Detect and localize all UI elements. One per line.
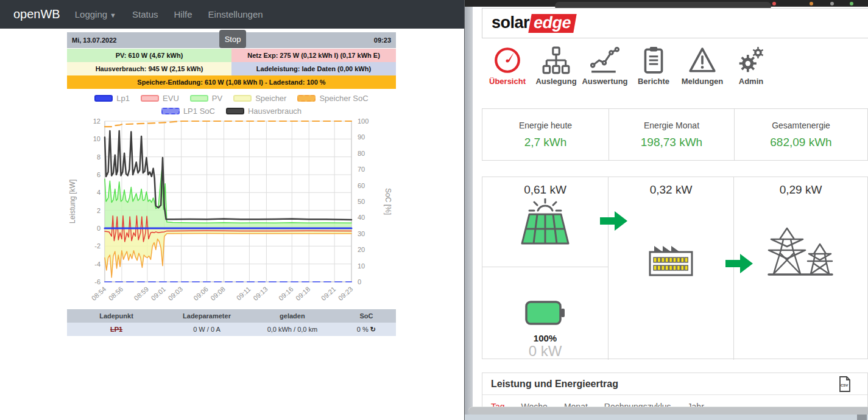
svg-text:09:11: 09:11	[235, 285, 252, 302]
svg-text:6: 6	[97, 171, 101, 178]
status-hausverbrauch: Hausverbrauch: 945 W (2,15 kWh)	[67, 62, 231, 75]
svg-text:10: 10	[93, 135, 101, 142]
nav-item-auslegung[interactable]: Auslegung	[532, 46, 580, 86]
clipboard-icon	[639, 46, 668, 75]
legend-swatch	[233, 95, 252, 102]
status-ladeleistung: Ladeleistung: lade Daten (0,00 kWh)	[231, 62, 396, 75]
page-scrollbar-strip[interactable]	[465, 7, 473, 420]
nav-item-auswertung[interactable]: Auswertung	[580, 46, 629, 86]
solaredge-header: solaredge	[482, 8, 868, 38]
legend-item[interactable]: LP1 SoC	[161, 107, 215, 116]
openwb-navbar: openWB Logging▼ Status Hilfe Einstellung…	[0, 0, 464, 29]
chart-header-bar: Mi, 13.07.2022 09:23 Stop	[67, 32, 396, 48]
horizontal-scrollbar[interactable]	[468, 407, 868, 415]
warning-icon	[688, 46, 717, 75]
svg-text:2: 2	[97, 207, 101, 214]
legend-swatch	[297, 95, 316, 102]
power-grid-icon	[767, 226, 834, 278]
svg-text:10: 10	[358, 262, 365, 270]
solaredge-window: solaredge Übersicht A	[464, 0, 868, 420]
extension-icon[interactable]	[830, 2, 834, 5]
legend-item[interactable]: Speicher SoC	[297, 94, 368, 103]
status-pv: PV: 610 W (4,67 kWh)	[67, 49, 231, 62]
battery-power-value: 0 kW	[482, 343, 608, 360]
solaredge-nav: Übersicht Auslegung	[483, 46, 775, 86]
svg-text:08:56: 08:56	[107, 285, 124, 302]
csv-file-icon: CSV	[838, 376, 852, 392]
nav-item-uebersicht[interactable]: Übersicht	[483, 46, 532, 86]
legend-label: LP1 SoC	[183, 107, 215, 116]
nav-item-hilfe[interactable]: Hilfe	[174, 9, 192, 19]
legend-row: Lp1EVUPVSpeicherSpeicher SoC	[67, 92, 396, 105]
extension-icon[interactable]	[850, 2, 853, 5]
legend-item[interactable]: PV	[190, 94, 222, 103]
svg-text:09:01: 09:01	[150, 285, 167, 302]
table-header-row: Ladepunkt Ladeparameter geladen SoC	[67, 309, 396, 323]
col-geladen: geladen	[248, 309, 337, 323]
svg-text:SoC [%]: SoC [%]	[384, 188, 392, 215]
gears-icon	[736, 46, 766, 75]
nav-item-status[interactable]: Status	[132, 9, 158, 19]
nav-item-logging[interactable]: Logging▼	[75, 9, 116, 19]
legend-swatch	[94, 95, 113, 102]
svg-text:100: 100	[358, 117, 369, 125]
col-ladeparameter: Ladeparameter	[166, 309, 248, 323]
svg-text:80: 80	[358, 150, 365, 157]
geladen-value: 0,0 kWh / 0,0 km	[248, 323, 337, 336]
svg-text:20: 20	[358, 246, 365, 253]
svg-text:09:08: 09:08	[209, 285, 226, 302]
nav-item-einstellungen[interactable]: Einstellungen	[208, 9, 263, 19]
factory-icon	[648, 243, 694, 278]
csv-export-button[interactable]: CSV	[838, 376, 852, 394]
legend-swatch	[141, 95, 159, 102]
chevron-down-icon: ▼	[110, 12, 116, 19]
solar-panel-icon	[517, 198, 573, 246]
extension-icon[interactable]	[772, 2, 776, 5]
legend-item[interactable]: Hausverbrauch	[226, 107, 302, 116]
openwb-brand: openWB	[13, 7, 60, 21]
svg-text:8: 8	[97, 153, 101, 161]
battery-percent: 100%	[482, 333, 608, 343]
svg-text:09:06: 09:06	[192, 285, 209, 302]
legend-row: LP1 SoCHausverbrauch	[67, 105, 396, 117]
status-rows: PV: 610 W (4,67 kWh) Netz Exp: 275 W (0,…	[67, 49, 396, 89]
svg-text:12: 12	[93, 117, 101, 125]
legend-swatch	[226, 108, 244, 114]
line-chart-icon	[590, 46, 619, 75]
power-flow-panel: 0,61 kW	[482, 177, 868, 359]
status-speicher: Speicher-Entladung: 610 W (1,08 kWh I) -…	[67, 75, 396, 89]
svg-text:70: 70	[358, 166, 365, 173]
svg-text:0: 0	[97, 225, 101, 232]
flow-arrow-load-to-grid	[725, 253, 753, 277]
legend-label: Speicher SoC	[319, 94, 368, 103]
screen: openWB Logging▼ Status Hilfe Einstellung…	[0, 0, 868, 420]
battery-icon	[525, 299, 565, 327]
legend-item[interactable]: EVU	[141, 94, 179, 103]
panel-title: Leistung und Energieertrag	[491, 379, 618, 390]
sitemap-icon	[542, 46, 571, 75]
legend-label: PV	[212, 94, 222, 103]
openwb-nav: Logging▼ Status Hilfe Einstellungen	[75, 9, 279, 19]
svg-text:-2: -2	[94, 242, 101, 250]
nav-item-meldungen[interactable]: Meldungen	[678, 46, 727, 86]
legend-item[interactable]: Lp1	[94, 94, 130, 103]
legend-swatch	[190, 95, 208, 102]
svg-text:09:21: 09:21	[320, 285, 337, 302]
arrow-right-icon	[725, 253, 753, 275]
svg-text:08:59: 08:59	[133, 285, 150, 302]
nav-item-admin[interactable]: Admin	[727, 46, 775, 86]
svg-text:50: 50	[358, 198, 365, 205]
flow-pv-cell: 0,61 kW	[482, 177, 609, 360]
extension-icon[interactable]	[810, 2, 813, 5]
legend-item[interactable]: Speicher	[233, 94, 286, 103]
stat-energie-monat: Energie Monat 198,73 kWh	[609, 109, 734, 160]
stat-energie-heute: Energie heute 2,7 kWh	[482, 109, 609, 160]
chart-legend: Lp1EVUPVSpeicherSpeicher SoCLP1 SoCHausv…	[67, 92, 396, 117]
stop-button[interactable]: Stop	[219, 30, 246, 48]
ladepunkt-table: Ladepunkt Ladeparameter geladen SoC LP1 …	[67, 309, 396, 336]
browser-chrome	[465, 0, 868, 7]
refresh-icon[interactable]: ↻	[370, 326, 376, 333]
nav-item-berichte[interactable]: Berichte	[629, 46, 678, 86]
svg-text:08:54: 08:54	[90, 285, 107, 302]
col-soc: SoC	[337, 309, 396, 323]
